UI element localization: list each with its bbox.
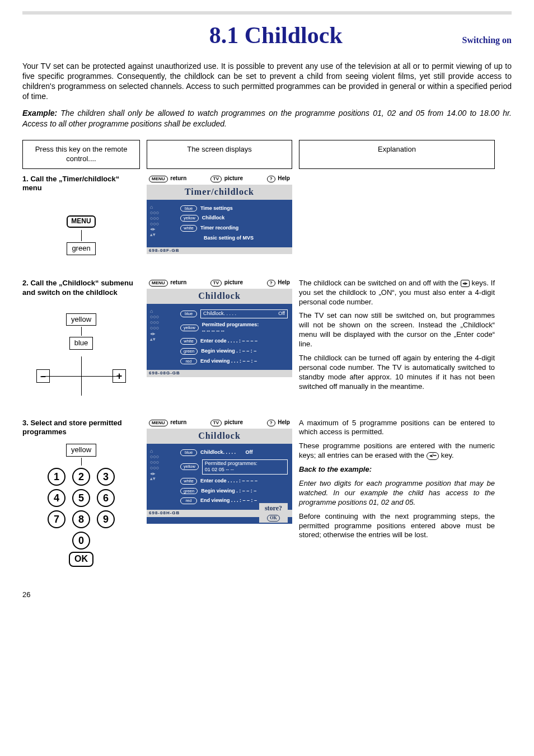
remote-diagram-2: yellow blue – + [22, 303, 140, 396]
store-ok-pill: OK [267, 515, 279, 522]
remote-glyph-icon: ⌂○○○○○○○○○◂▸▴▾ [150, 449, 174, 516]
menu-pill: MENU [149, 176, 168, 182]
remote-diagram-3: yellow 1 2 3 4 5 6 7 8 9 [22, 443, 140, 567]
osd3-title: Childlock [147, 429, 292, 444]
title-bar: 8.1 Childlock Switching on [22, 11, 512, 51]
numkey-4: 4 [48, 489, 65, 507]
remote-glyph-icon: ⌂○○○○○○○○○◂▸▴▾ [150, 205, 174, 272]
numeric-keypad: 1 2 3 4 5 6 7 8 9 0 OK [22, 467, 140, 567]
col-explanation: Explanation [299, 140, 495, 169]
help-pill: ? [267, 176, 275, 182]
step-2: 2. Call the „Childlock“ submenu and swit… [22, 279, 512, 396]
step2-label: 2. Call the „Childlock“ submenu and swit… [22, 279, 140, 298]
yellow-key-label-2: yellow [66, 444, 96, 457]
osd1-top: MENU return TV picture ? Help [147, 175, 292, 182]
page-subtitle: Switching on [462, 35, 512, 51]
osd3: Childlock ⌂○○○○○○○○○◂▸▴▾ blueChildlock. … [147, 429, 292, 524]
column-headers: Press this key on the remote control....… [22, 140, 512, 169]
yellow-key-label: yellow [66, 313, 96, 326]
store-prompt: store? OK [259, 503, 288, 522]
col-remote: Press this key on the remote control.... [22, 140, 140, 169]
menu-key: MENU [67, 215, 95, 228]
minus-key: – [36, 369, 50, 383]
numkey-2: 2 [72, 468, 90, 486]
numkey-1: 1 [48, 468, 65, 486]
step-1: 1. Call the „Timer/childlock“ menu MENU … [22, 175, 512, 256]
explanation-2: The childlock can be switched on and off… [299, 279, 495, 396]
explanation-3: A maximum of 5 programme positions can b… [299, 419, 495, 545]
tv-pill: TV [210, 176, 222, 182]
step3-label: 3. Select and store permitted programmes [22, 419, 140, 438]
intro-text: Your TV set can be protected against una… [22, 61, 512, 102]
blue-key-label: blue [69, 337, 93, 350]
step-3: 3. Select and store permitted programmes… [22, 419, 512, 568]
plus-key: + [113, 369, 126, 383]
osd1: Timer/childlock ⌂○○○○○○○○○◂▸▴▾ blueTime … [147, 185, 292, 254]
numkey-9: 9 [97, 510, 115, 528]
numkey-6: 6 [97, 489, 115, 507]
remote-diagram-1: MENU green [22, 199, 140, 256]
example-text: Example: The children shall only be allo… [22, 108, 512, 128]
step1-label: 1. Call the „Timer/childlock“ menu [22, 175, 140, 194]
col-screen: The screen displays [147, 140, 292, 169]
osd1-title: Timer/childlock [147, 185, 292, 200]
numkey-5: 5 [72, 489, 90, 507]
numkey-7: 7 [48, 510, 65, 528]
plus-minus-cross: – + [42, 356, 120, 396]
osd3-top: MENU return TV picture ? Help [147, 419, 292, 426]
back-to-example: Back to the example: [299, 465, 495, 475]
osd2: Childlock ⌂○○○○○○○○○◂▸▴▾ blueChildlock. … [147, 289, 292, 377]
clear-key-icon: ◂/━ [427, 452, 439, 460]
page-title: 8.1 Childlock [90, 20, 462, 51]
numkey-0: 0 [72, 532, 90, 550]
left-right-icon: ◂▸ [461, 280, 470, 288]
numkey-3: 3 [97, 468, 115, 486]
green-key-label: green [67, 242, 95, 255]
numkey-8: 8 [72, 510, 90, 528]
remote-glyph-icon: ⌂○○○○○○○○○◂▸▴▾ [150, 309, 174, 376]
osd2-title: Childlock [147, 289, 292, 304]
osd2-top: MENU return TV picture ? Help [147, 279, 292, 287]
ok-key: OK [69, 552, 93, 567]
example-body: The children shall only be allowed to wa… [22, 109, 512, 128]
page-number: 26 [22, 590, 512, 600]
example-label: Example: [22, 109, 57, 118]
